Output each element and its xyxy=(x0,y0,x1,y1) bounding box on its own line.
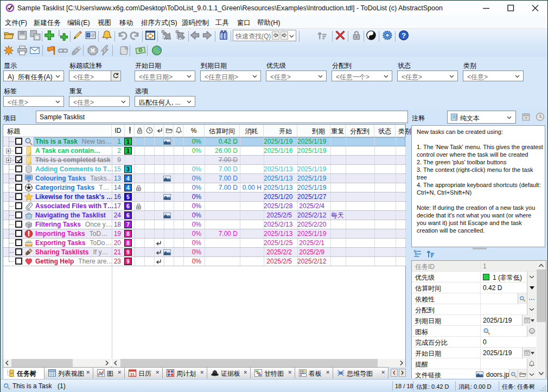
flag-icon[interactable] xyxy=(47,45,58,56)
column-header-lock[interactable] xyxy=(135,125,144,137)
link-icon[interactable] xyxy=(58,45,68,56)
attribute-row-2[interactable]: 优先级1 (非常低) xyxy=(412,272,546,282)
undo-icon[interactable] xyxy=(117,30,128,41)
task-row-23[interactable]: Getting HelpThere are…2390%2025/2/52025/… xyxy=(3,257,405,266)
scroll-left-button[interactable] xyxy=(3,359,11,367)
date-picker-button[interactable] xyxy=(522,348,536,358)
filter-combo-2-0[interactable]: <任意> xyxy=(3,96,64,107)
task-checkbox[interactable] xyxy=(15,138,22,145)
filter-combo-1-3[interactable]: <任意日期> xyxy=(200,70,261,81)
attribute-row-9[interactable]: 开始日期2025/1/19 xyxy=(412,348,546,358)
filter-combo-2-1[interactable]: <任意> xyxy=(69,96,130,107)
tree-expand-button[interactable] xyxy=(6,149,11,153)
toggle-icon[interactable] xyxy=(366,30,377,41)
combo-dropdown-icon[interactable] xyxy=(384,75,388,78)
tab-日历[interactable]: 日历✕ xyxy=(124,367,163,378)
attribute-row-6[interactable]: 到期日期2025/1/19 xyxy=(412,315,546,326)
save-icon[interactable] xyxy=(17,30,28,41)
tab-甘特图[interactable]: 甘特图✕ xyxy=(250,367,295,378)
resize-grip[interactable] xyxy=(539,384,547,392)
prev-icon[interactable] xyxy=(189,30,200,41)
edit-icon[interactable] xyxy=(72,30,83,41)
task-checkbox[interactable] xyxy=(15,165,22,172)
splitter-handle[interactable] xyxy=(473,248,487,249)
columns-hscrollbar[interactable] xyxy=(112,359,405,367)
menu-item-5[interactable]: 移动 xyxy=(119,18,133,28)
scroll-down-icon[interactable] xyxy=(538,371,544,376)
next-icon[interactable] xyxy=(202,30,213,41)
maximize-button[interactable] xyxy=(502,1,519,15)
task-checkbox[interactable] xyxy=(15,248,22,255)
attribute-value[interactable]: 0 xyxy=(483,338,487,346)
project-input[interactable]: Sample Tasklist xyxy=(36,111,408,123)
lightning-icon[interactable] xyxy=(99,45,110,56)
find-icon[interactable] xyxy=(218,30,229,41)
menu-item-3[interactable]: 编辑(E) xyxy=(67,18,90,28)
combo-dropdown-icon[interactable] xyxy=(515,75,520,78)
task-checkbox-checked[interactable] xyxy=(15,156,22,163)
attribute-row-3[interactable]: 估算时间0.42 D xyxy=(412,282,546,293)
column-header-pri[interactable] xyxy=(125,125,135,137)
redo-icon[interactable] xyxy=(130,30,141,41)
attribute-value[interactable]: 1 (非常低) xyxy=(493,273,522,282)
column-header-enter[interactable] xyxy=(154,125,164,137)
filter-combo-1-2[interactable]: <任意日期> xyxy=(135,70,195,81)
minimize-button[interactable] xyxy=(478,1,494,15)
task-row-17[interactable]: Associated Files with T…1760%2025/1/2820… xyxy=(3,202,405,211)
task-row-20[interactable]: Exporting TasksToDo…2080%2025/1/252025/2… xyxy=(3,239,405,248)
column-header-est[interactable]: 估算时间 xyxy=(205,125,240,137)
task-row-15[interactable]: Adding Comments to T…1530%7.00 D2025/1/1… xyxy=(3,165,405,174)
menu-item-8[interactable]: 工具 xyxy=(215,18,229,28)
attributes-vscrollbar[interactable] xyxy=(537,261,546,378)
combo-dropdown-icon[interactable] xyxy=(55,100,60,104)
task-row-13[interactable]: Colouring TasksTasks…1340%7.00 D2025/1/1… xyxy=(3,174,405,183)
attribute-dropdown-button[interactable] xyxy=(527,272,536,282)
quickfind-dropdown-icon[interactable] xyxy=(289,35,294,38)
column-header-due[interactable]: 到期 xyxy=(297,125,330,137)
title-hscrollbar[interactable] xyxy=(3,359,111,367)
filter-combo-1-4[interactable]: <任意> xyxy=(266,70,327,81)
tab-close-icon[interactable]: ✕ xyxy=(243,370,247,375)
tab-任务树[interactable]: 任务树 xyxy=(3,367,44,379)
hscroll-thumb[interactable] xyxy=(11,359,73,367)
task-checkbox[interactable] xyxy=(15,230,22,237)
sort-icon[interactable] xyxy=(316,30,327,41)
attribute-value[interactable]: 2025/1/19 xyxy=(483,317,512,324)
reminder-button[interactable] xyxy=(527,358,536,369)
quickfind-input[interactable]: 快速查找(Q) xyxy=(233,30,296,41)
insert-date-icon[interactable] xyxy=(521,112,531,121)
task-row-16[interactable]: Likewise for the task's …1650%2025/1/202… xyxy=(3,192,405,202)
tab-close-icon[interactable]: ✕ xyxy=(288,370,292,375)
reminder-bell-icon[interactable] xyxy=(101,30,112,41)
tab-close-icon[interactable]: ✕ xyxy=(200,370,204,375)
comments-layout-icon[interactable] xyxy=(413,249,422,258)
filelink-browse-button[interactable] xyxy=(518,369,527,380)
task-row-14[interactable]: Categorizing TasksT…1440%7.00 D0.00 H202… xyxy=(3,183,405,192)
tab-证据板[interactable]: 证据板✕ xyxy=(207,367,251,378)
outdent-icon[interactable] xyxy=(175,30,186,41)
attribute-row-11[interactable]: 文件链接doors.jpg xyxy=(412,369,546,380)
menu-item-9[interactable]: 窗口 xyxy=(237,18,251,28)
task-checkbox[interactable] xyxy=(15,175,22,182)
new-tasklist-icon[interactable] xyxy=(3,45,14,56)
attributes-sort-icon[interactable] xyxy=(426,249,435,258)
attribute-row-10[interactable]: 提醒 xyxy=(412,358,546,369)
task-checkbox[interactable] xyxy=(15,221,22,228)
dependency-find-button[interactable] xyxy=(518,293,527,304)
filelink-view-button[interactable] xyxy=(509,369,518,380)
column-header-bell[interactable] xyxy=(174,125,183,137)
attribute-spin-button[interactable] xyxy=(527,282,536,293)
help-icon[interactable] xyxy=(398,30,409,41)
icon-picker-button[interactable] xyxy=(527,326,536,337)
combo-dropdown-icon[interactable] xyxy=(252,75,257,78)
new-subtask-icon[interactable] xyxy=(57,30,68,41)
delete-task-icon[interactable] xyxy=(335,30,346,41)
tab-思维导图[interactable]: 思维导图✕ xyxy=(333,367,388,378)
column-header-recur[interactable]: 重复 xyxy=(330,125,346,137)
filter-combo-1-6[interactable]: <任意> xyxy=(397,70,458,81)
tree-expand-button[interactable] xyxy=(6,158,11,163)
stop-icon[interactable] xyxy=(87,45,98,56)
maximize-tasklist-icon[interactable] xyxy=(145,30,156,41)
column-header-id[interactable]: ID xyxy=(112,125,125,137)
column-header-clock[interactable] xyxy=(144,125,154,137)
